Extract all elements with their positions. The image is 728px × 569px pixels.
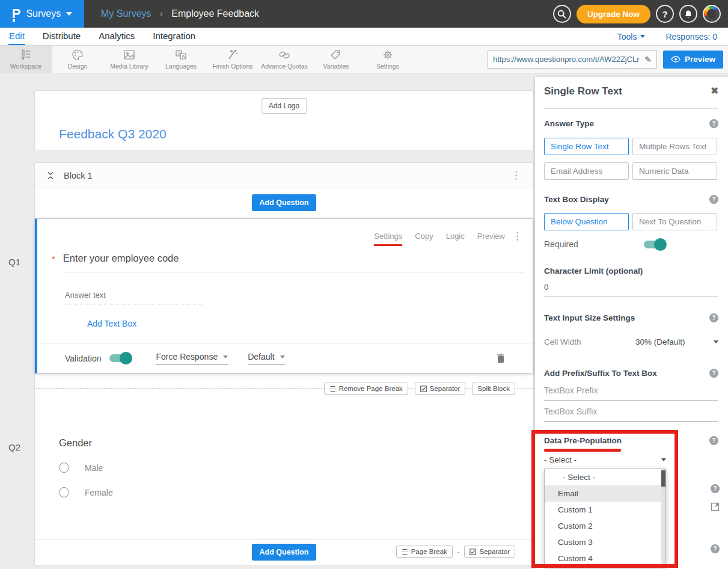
help-icon[interactable]: ? [709,369,718,378]
editor-canvas: Q1 Q2 Add Logo Feedback Q3 2020 Block 1 … [0,73,728,569]
product-name: Surveys [26,8,61,19]
bell-icon [684,10,693,19]
data-prepopulation-select[interactable]: - Select - [544,455,666,464]
answer-type-numeric[interactable]: Numeric Data [632,162,717,180]
gear-icon [381,49,394,61]
toolbar-item-design[interactable]: Design [52,46,103,73]
chain-links-icon [278,49,291,61]
dash-separator: - [457,548,460,555]
help-button[interactable]: ? [656,5,674,23]
help-icon[interactable]: ? [709,436,718,445]
edit-url-icon[interactable]: ✎ [644,55,652,64]
red-annotation-underline [544,449,621,452]
survey-title[interactable]: Feedback Q3 2020 [59,127,167,141]
help-icon[interactable]: ? [709,119,718,128]
radio-button[interactable] [59,463,69,473]
help-icon[interactable]: ? [711,484,720,493]
answer-type-single-row[interactable]: Single Row Text [544,138,629,155]
search-button[interactable] [553,5,571,23]
external-link-icon[interactable] [711,502,720,511]
toolbar-item-workspace[interactable]: Workspace [0,46,52,73]
toolbar-item-settings[interactable]: Settings [362,46,414,73]
radio-button[interactable] [59,487,69,497]
dropdown-option-custom3[interactable]: Custom 3 [545,534,665,550]
add-text-box-link[interactable]: Add Text Box [87,319,136,328]
toolbar-item-media-library[interactable]: Media Library [103,46,155,73]
add-question-button-top[interactable]: Add Question [252,194,317,211]
remove-page-break-button[interactable]: Remove Page Break [324,383,408,395]
q1-tab-logic[interactable]: Logic [446,232,465,246]
question-settings-panel: Single Row Text ✖ Answer Type ? Single R… [535,77,728,569]
toolbar-item-advance-quotas[interactable]: Advance Quotas [258,46,310,73]
avatar[interactable] [703,5,721,23]
preview-label: Preview [685,55,715,64]
q1-tab-copy[interactable]: Copy [415,232,433,246]
scrollbar-thumb[interactable] [661,470,665,487]
default-dropdown[interactable]: Default [248,352,284,364]
q1-question-text[interactable]: Enter your employee code [63,253,179,264]
help-icon[interactable]: ? [709,195,718,204]
separator-toggle-button-bottom[interactable]: Separator [464,546,515,558]
delete-question-icon[interactable] [497,353,505,363]
dropdown-option-custom1[interactable]: Custom 1 [545,502,665,518]
toolbar-item-finish-options[interactable]: Finish Options [207,46,258,73]
answer-type-multiple-rows[interactable]: Multiple Rows Text [632,138,717,155]
product-switcher[interactable]: P Surveys [0,0,84,28]
upgrade-now-button[interactable]: Upgrade Now [577,5,650,23]
display-next-to-question[interactable]: Next To Question [632,213,717,230]
tab-distribute[interactable]: Distribute [42,28,81,45]
q1-tab-settings[interactable]: Settings [374,232,402,246]
data-prepopulation-dropdown: - Select - Email Custom 1 Custom 2 Custo… [544,469,666,567]
chevron-down-icon [714,340,718,343]
responses-link[interactable]: Responses: 0 [665,32,717,42]
radio-label[interactable]: Female [85,488,113,497]
preview-button[interactable]: Preview [663,51,723,69]
breadcrumb-my-surveys[interactable]: My Surveys [101,8,151,19]
dropdown-option-custom4[interactable]: Custom 4 [545,550,665,567]
separator-toggle-button[interactable]: Separator [415,383,466,395]
force-response-dropdown[interactable]: Force Response [156,352,228,364]
toolbar-item-languages[interactable]: 文A Languages [155,46,207,73]
tab-analytics[interactable]: Analytics [98,28,135,45]
display-below-question[interactable]: Below Question [544,213,629,230]
q1-menu-icon[interactable]: ⋮ [512,231,522,241]
q2-question-text[interactable]: Gender [59,437,92,449]
notifications-button[interactable] [679,5,697,23]
collapse-block-icon[interactable] [47,171,54,180]
dropdown-scrollbar[interactable] [661,469,665,567]
textbox-suffix-input[interactable] [544,407,718,422]
toolbar-item-variables[interactable]: Variables [310,46,362,73]
svg-text:文: 文 [177,51,182,55]
page-break-button[interactable]: Page Break [396,546,453,558]
answer-type-email[interactable]: Email Address [544,162,629,180]
q1-tab-preview[interactable]: Preview [477,232,505,246]
image-icon [123,49,136,61]
dropdown-option-custom2[interactable]: Custom 2 [545,518,665,534]
block-name[interactable]: Block 1 [64,171,93,180]
q1-answer-input[interactable] [65,291,202,304]
help-icon[interactable]: ? [711,544,720,553]
cell-width-dropdown[interactable]: Cell Width 30% (Default) [544,337,718,346]
add-logo-button[interactable]: Add Logo [262,98,307,114]
editor-toolbar: Workspace Design Media Library 文A Langua… [0,46,728,73]
required-toggle[interactable] [644,241,665,248]
dropdown-option-select[interactable]: - Select - [545,469,665,485]
split-block-button[interactable]: Split Block [472,383,515,395]
question-card-q1[interactable]: Settings Copy Logic Preview ⋮ * Enter yo… [35,218,533,374]
textbox-prefix-input[interactable] [544,386,718,401]
cell-width-value: 30% (Default) [635,337,685,346]
survey-url-input[interactable] [493,55,641,64]
survey-header-card: Add Logo Feedback Q3 2020 [34,90,534,150]
add-question-button-bottom[interactable]: Add Question [252,544,317,561]
tools-menu[interactable]: Tools [617,32,646,42]
help-icon[interactable]: ? [709,313,718,322]
toolbar-label: Design [68,63,88,70]
character-limit-input[interactable] [544,283,718,297]
validation-toggle[interactable] [109,354,131,362]
radio-label[interactable]: Male [85,463,103,473]
dropdown-option-email[interactable]: Email [545,485,665,502]
tab-integration[interactable]: Integration [152,28,196,45]
tab-edit[interactable]: Edit [8,28,25,45]
block-menu-icon[interactable]: ⋮ [511,170,521,180]
close-panel-icon[interactable]: ✖ [711,85,718,97]
